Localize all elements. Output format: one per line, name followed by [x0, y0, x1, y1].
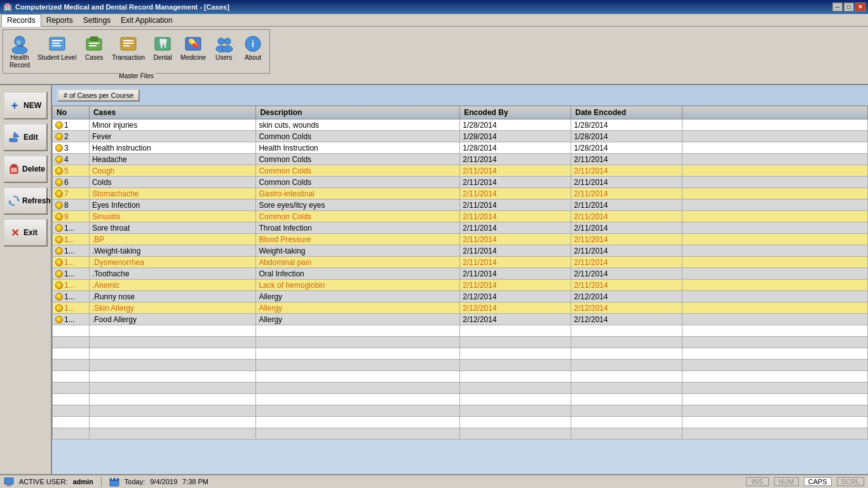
toolbar-about[interactable]: i About: [239, 32, 267, 71]
health-record-label: HealthRecord: [10, 54, 30, 69]
svg-rect-4: [52, 40, 62, 41]
cell-date-encoded: 2/12/2014: [571, 314, 682, 325]
menu-settings[interactable]: Settings: [78, 15, 116, 26]
cell-description: Common Colds: [256, 165, 460, 177]
table-row-empty: [53, 371, 868, 383]
num-indicator: NUM: [774, 477, 799, 486]
delete-button[interactable]: Delete: [3, 155, 48, 183]
table-row[interactable]: 1... .Toothache Oral Infection 2/11/2014…: [53, 268, 868, 280]
data-grid[interactable]: No Cases Description Encoded By Date Enc…: [52, 105, 868, 474]
cell-extra: [682, 257, 868, 268]
table-row[interactable]: 1... .Food Allergy Allergy 2/12/2014 2/1…: [53, 314, 868, 325]
refresh-button[interactable]: Refresh: [3, 187, 48, 215]
row-status-icon: [55, 167, 63, 175]
toolbar-health-record[interactable]: 🔍 HealthRecord: [6, 32, 34, 71]
table-row[interactable]: 1... .Skin Allergy Allergy 2/12/2014 2/1…: [53, 302, 868, 314]
edit-button[interactable]: Edit: [3, 123, 48, 151]
today-date: 9/4/2019: [150, 478, 177, 485]
row-status-icon: [55, 236, 63, 243]
table-row[interactable]: 1 Minor injuries skin cuts, wounds 1/28/…: [53, 119, 868, 131]
cell-extra: [682, 200, 868, 211]
new-button[interactable]: + NEW: [3, 92, 48, 119]
cell-cases: .Dysmenorrhea: [89, 257, 256, 268]
about-icon: i: [243, 34, 263, 54]
refresh-icon: [8, 194, 20, 207]
cell-extra: [682, 142, 868, 154]
toolbar-transaction[interactable]: Transaction: [109, 32, 147, 71]
dental-label: Dental: [154, 54, 172, 62]
refresh-label: Refresh: [22, 196, 51, 205]
table-row[interactable]: 1... .Dysmenorrhea Abdominal pain 2/11/2…: [53, 257, 868, 268]
svg-point-22: [222, 46, 233, 52]
cell-extra: [682, 291, 868, 302]
table-row[interactable]: 2 Fever Common Colds 1/28/2014 1/28/2014: [53, 131, 868, 142]
cell-extra: [682, 245, 868, 257]
toolbar-student-level[interactable]: Student Level: [35, 32, 79, 71]
cell-description: Weight-taking: [256, 245, 460, 257]
master-files-group: 🔍 HealthRecord Student Level: [3, 29, 270, 74]
table-row[interactable]: 7 Stomachache Gastro-intestinal 2/11/201…: [53, 188, 868, 200]
cell-extra: [682, 222, 868, 234]
toolbar-cases[interactable]: Cases: [80, 32, 108, 71]
table-row-empty: [53, 337, 868, 348]
table-row[interactable]: 1... Sore throat Throat Infection 2/11/2…: [53, 222, 868, 234]
status-indicators: INS NUM CAPS SCRL: [746, 477, 864, 486]
row-status-icon: [55, 281, 63, 289]
exit-button[interactable]: ✕ Exit: [3, 219, 48, 247]
svg-rect-8: [90, 37, 98, 41]
table-row[interactable]: 9 Sinusitis Common Colds 2/11/2014 2/11/…: [53, 211, 868, 222]
close-button[interactable]: ✕: [855, 3, 865, 11]
table-row[interactable]: 4 Headache Common Colds 2/11/2014 2/11/2…: [53, 154, 868, 165]
header-cases: Cases: [89, 106, 256, 119]
table-row-empty: [53, 405, 868, 417]
toolbar-users[interactable]: Users: [210, 32, 238, 71]
status-bar: ACTIVE USER: admin Today: 9/4/2019 7:38 …: [0, 474, 868, 488]
cell-no: 1...: [53, 234, 90, 245]
row-status-icon: [55, 179, 63, 186]
cell-date-encoded: 2/11/2014: [571, 234, 682, 245]
cell-cases: Cough: [89, 165, 256, 177]
users-icon: [214, 34, 234, 54]
svg-marker-26: [13, 132, 19, 137]
row-status-icon: [55, 201, 63, 209]
cell-description: Allergy: [256, 291, 460, 302]
minimize-button[interactable]: ─: [832, 3, 843, 11]
student-level-icon: [47, 34, 67, 54]
cell-date-encoded: 1/28/2014: [571, 131, 682, 142]
title-bar: 🏥 Computerized Medical and Dental Record…: [0, 0, 868, 14]
menu-records[interactable]: Records: [1, 14, 41, 27]
cases-per-course-button[interactable]: # of Cases per Course: [57, 89, 140, 102]
table-row[interactable]: 1... .BP Blood Pressure 2/11/2014 2/11/2…: [53, 234, 868, 245]
cell-extra: [682, 119, 868, 131]
svg-rect-6: [52, 45, 61, 46]
cell-date-encoded: 2/11/2014: [571, 154, 682, 165]
table-row[interactable]: 3 Health instruction Health Instruction …: [53, 142, 868, 154]
menu-reports[interactable]: Reports: [41, 15, 78, 26]
menu-exit[interactable]: Exit Application: [116, 15, 177, 26]
table-row[interactable]: 6 Colds Common Colds 2/11/2014 2/11/2014: [53, 177, 868, 188]
row-status-icon: [55, 213, 63, 220]
cell-encoded-by: 2/12/2014: [460, 314, 571, 325]
table-row[interactable]: 1... .Anemic Lack of hemoglobin 2/11/201…: [53, 280, 868, 291]
cell-date-encoded: 2/11/2014: [571, 222, 682, 234]
cell-description: Abdominal pain: [256, 257, 460, 268]
table-row[interactable]: 5 Cough Common Colds 2/11/2014 2/11/2014: [53, 165, 868, 177]
window-title: Computerized Medical and Dental Record M…: [15, 3, 832, 11]
table-row[interactable]: 1... .Weight-taking Weight-taking 2/11/2…: [53, 245, 868, 257]
restore-button[interactable]: □: [844, 3, 854, 11]
svg-text:i: i: [252, 39, 254, 49]
cell-cases: .Weight-taking: [89, 245, 256, 257]
toolbar-dental[interactable]: 🦷 Dental: [149, 32, 177, 71]
cell-encoded-by: 1/28/2014: [460, 119, 571, 131]
cell-encoded-by: 2/11/2014: [460, 165, 571, 177]
toolbar-medicine[interactable]: 💊 Medicine: [178, 32, 208, 71]
header-description: Description: [256, 106, 460, 119]
svg-point-1: [12, 46, 27, 54]
cell-encoded-by: 2/11/2014: [460, 234, 571, 245]
table-row[interactable]: 8 Eyes Infection Sore eyes/itcy eyes 2/1…: [53, 200, 868, 211]
cell-no: 1: [53, 119, 90, 131]
table-row[interactable]: 1... .Runny nose Allergy 2/12/2014 2/12/…: [53, 291, 868, 302]
cell-no: 1...: [53, 268, 90, 280]
header-no: No: [53, 106, 90, 119]
row-status-icon: [55, 144, 63, 152]
